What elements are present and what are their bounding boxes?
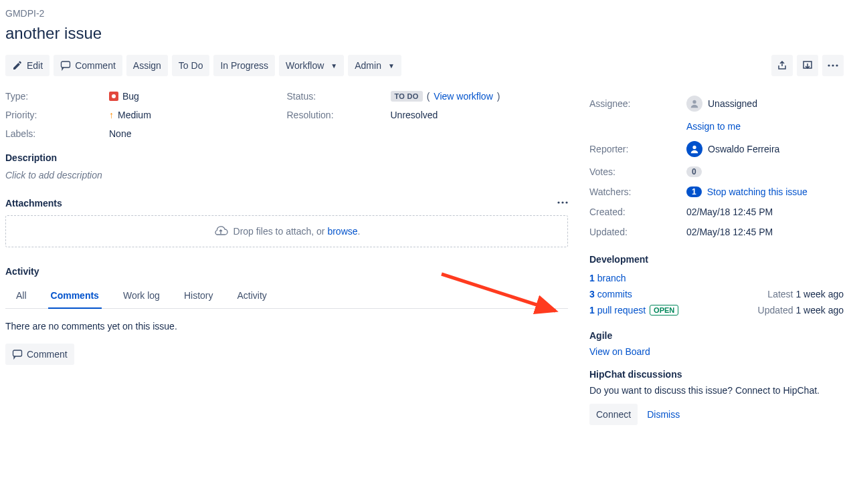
pull-request-link[interactable]: 1 pull request [589,305,646,316]
watchers-badge: 1 [686,186,702,197]
tab-all[interactable]: All [13,283,29,308]
type-label: Type: [5,91,109,102]
no-comments-text: There are no comments yet on this issue. [5,321,568,332]
created-value: 02/May/18 12:45 PM [686,207,773,217]
add-comment-button[interactable]: Comment [5,344,74,365]
tab-activity[interactable]: Activity [234,283,269,308]
edit-button[interactable]: Edit [5,55,50,76]
svg-point-2 [828,64,830,66]
avatar-reporter-icon [686,141,702,157]
updated-label: Updated: [589,227,686,237]
hipchat-dismiss-link[interactable]: Dismiss [647,409,680,420]
type-value: Bug [109,91,287,102]
dropzone-text: Drop files to attach, or [233,226,328,237]
development-heading: Development [589,254,844,265]
reporter-value: Oswaldo Ferreira [686,141,779,157]
issue-title: another issue [5,24,844,43]
svg-point-9 [692,100,696,104]
created-label: Created: [589,207,686,217]
priority-value: ↑ Medium [109,110,287,120]
comment-icon [60,60,71,71]
tab-history[interactable]: History [181,283,216,308]
svg-rect-0 [62,61,70,68]
more-icon [557,201,568,204]
status-value: TO DO (View workflow) [391,91,569,102]
tab-worklog[interactable]: Work log [120,283,163,308]
tab-comments[interactable]: Comments [48,283,102,309]
assign-button[interactable]: Assign [126,55,168,76]
view-workflow-link[interactable]: View workflow [434,91,492,102]
commits-latest-text: Latest 1 week ago [767,289,844,299]
status-label: Status: [287,91,391,102]
pencil-icon [12,60,23,71]
priority-icon: ↑ [109,110,114,120]
votes-badge: 0 [686,166,702,177]
priority-label: Priority: [5,110,109,120]
export-button[interactable] [797,55,818,76]
breadcrumb[interactable]: GMDPI-2 [5,8,844,19]
resolution-label: Resolution: [287,110,391,120]
workflow-dropdown[interactable]: Workflow ▼ [279,55,344,76]
agile-heading: Agile [589,330,844,341]
labels-value: None [109,128,287,139]
todo-button[interactable]: To Do [172,55,210,76]
activity-tabs: All Comments Work log History Activity [5,283,568,309]
details-grid: Type: Bug Status: TO DO (View workflow) … [5,91,568,139]
resolution-value: Unresolved [391,110,569,120]
attachment-dropzone[interactable]: Drop files to attach, or browse. [5,215,568,247]
export-icon [802,60,813,71]
comment-button[interactable]: Comment [54,55,122,76]
comment-icon [12,349,23,360]
workflow-label: Workflow [286,60,324,71]
commits-link[interactable]: 3 commits [589,289,632,299]
status-lozenge: TO DO [391,91,423,102]
admin-dropdown[interactable]: Admin ▼ [348,55,401,76]
share-icon [777,60,787,71]
description-placeholder[interactable]: Click to add description [5,170,568,180]
assignee-label: Assignee: [589,98,686,109]
attachments-heading: Attachments [5,198,62,209]
svg-point-6 [561,201,563,203]
assign-to-me-link[interactable]: Assign to me [686,121,741,132]
share-button[interactable] [771,55,793,76]
avatar-unassigned-icon [686,96,702,112]
attachments-more-button[interactable] [557,195,568,206]
watchers-label: Watchers: [589,186,686,197]
pr-updated-text: Updated 1 week ago [758,305,844,316]
svg-point-10 [692,146,696,149]
admin-label: Admin [355,60,381,71]
assignee-value: Unassigned [686,96,757,112]
votes-label: Votes: [589,166,686,177]
chevron-down-icon: ▼ [388,62,395,70]
updated-value: 02/May/18 12:45 PM [686,227,773,237]
svg-point-7 [565,201,567,203]
add-comment-label: Comment [27,349,68,360]
description-heading: Description [5,152,568,163]
toolbar: Edit Comment Assign To Do In Progress Wo… [5,55,844,76]
hipchat-connect-button[interactable]: Connect [589,404,638,425]
branch-link[interactable]: 1 branch [589,273,626,283]
svg-point-3 [832,64,834,66]
chevron-down-icon: ▼ [331,62,337,70]
view-on-board-link[interactable]: View on Board [589,346,650,357]
comment-label: Comment [75,60,116,71]
reporter-label: Reporter: [589,144,686,154]
labels-label: Labels: [5,128,109,139]
edit-label: Edit [27,60,43,71]
cloud-upload-icon [213,225,228,237]
stop-watching-link[interactable]: Stop watching this issue [707,186,808,197]
svg-rect-8 [13,350,22,356]
activity-heading: Activity [5,266,568,277]
pr-open-lozenge: OPEN [650,305,678,316]
main-panel: Type: Bug Status: TO DO (View workflow) … [5,91,568,425]
svg-point-5 [557,201,559,203]
svg-point-4 [836,64,838,66]
hipchat-heading: HipChat discussions [589,369,844,380]
side-panel: Assignee: Unassigned Assign to me Report… [589,91,844,425]
hipchat-text: Do you want to discuss this issue? Conne… [589,385,844,396]
more-button[interactable] [822,55,844,76]
browse-link[interactable]: browse [327,226,357,237]
bug-icon [109,92,118,101]
inprogress-button[interactable]: In Progress [213,55,275,76]
more-icon [828,64,838,67]
